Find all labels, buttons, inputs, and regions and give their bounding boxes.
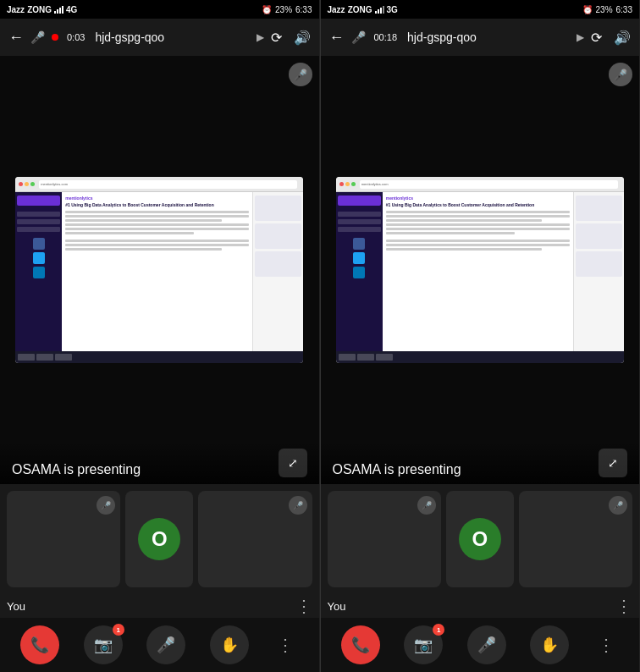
participant-tile-right-2: 🎤 <box>519 491 632 587</box>
screen-content-right: mentionlytics.com <box>336 177 624 363</box>
call-id-arrow-left[interactable]: ▶ <box>257 31 264 43</box>
alarm-icon-left: ⏰ <box>262 5 272 14</box>
call-id-arrow-right[interactable]: ▶ <box>577 31 584 43</box>
more-button-left[interactable]: ⋮ <box>273 632 298 658</box>
right-col-item-3 <box>255 251 301 277</box>
url-text: mentionlytics.com <box>41 182 68 186</box>
back-button-right[interactable]: ← <box>329 29 345 47</box>
taskbar-item-1 <box>18 354 35 361</box>
status-right-left: ⏰ 23% 6:33 <box>262 5 312 14</box>
participant-tile-left-2: 🎤 <box>198 491 312 587</box>
more-icon-right: ⋮ <box>598 635 615 655</box>
text-line-3 <box>65 219 221 222</box>
more-options-left[interactable]: ⋮ <box>295 596 312 616</box>
rtext-line-6 <box>386 232 515 234</box>
rmic-off-icon-1: 🎤 <box>422 501 432 510</box>
rotate-icon-right[interactable]: ⟳ <box>591 30 602 46</box>
mic-off-ctrl-icon-right: 🎤 <box>477 636 496 654</box>
rsite-brand: mentionlytics <box>386 196 570 201</box>
sidebar-social <box>17 238 60 278</box>
more-options-right[interactable]: ⋮ <box>615 596 632 616</box>
alarm-icon-right: ⏰ <box>582 5 593 14</box>
mic-off-button-right[interactable]: 🎤 <box>467 625 506 664</box>
left-panel: Jazz ZONG 4G ⏰ 23% 6:33 ← 🎤 0:03 hjd-gsp… <box>0 0 320 672</box>
camera-off-button-left[interactable]: 📷 1 <box>84 625 123 664</box>
article-title-left: #1 Using Big Data Analytics to Boost Cus… <box>65 202 249 208</box>
mic-muted-icon-right: 🎤 <box>614 69 627 81</box>
fullscreen-button-right[interactable]: ⤢ <box>599 449 627 477</box>
end-call-button-left[interactable]: 📞 <box>20 625 59 664</box>
mic-off-icon-1: 🎤 <box>101 501 111 510</box>
rbrowser-min <box>345 182 350 186</box>
rtext-line-2 <box>386 215 570 218</box>
battery-right: 23% <box>596 5 613 14</box>
rurl-text: mentionlytics.com <box>361 182 389 186</box>
participants-strip-right: 🎤 O 🎤 <box>321 484 640 594</box>
end-call-icon-left: 📞 <box>30 636 49 654</box>
mic-off-button-left[interactable]: 🎤 <box>146 625 185 664</box>
website-mock-right: mentionlytics.com <box>336 177 624 363</box>
participant-tile-center-right: O <box>446 491 514 587</box>
end-call-button-right[interactable]: 📞 <box>341 625 380 664</box>
spacer <box>65 236 249 240</box>
header-icons-right: ⟳ 🔊 <box>591 30 631 46</box>
carrier-left: Jazz <box>7 5 25 14</box>
facebook-icon <box>33 238 45 250</box>
rtext-line-3 <box>386 219 542 222</box>
rmic-off-icon-2: 🎤 <box>613 501 623 510</box>
hand-button-right[interactable]: ✋ <box>530 625 569 664</box>
browser-bar-left: mentionlytics.com <box>15 177 303 192</box>
url-bar-left: mentionlytics.com <box>39 180 297 189</box>
rlinkedin-icon <box>353 267 365 278</box>
rtext-line-8 <box>386 244 570 246</box>
camera-badge-right: 1 <box>433 624 444 636</box>
signal-bars-left <box>54 5 63 14</box>
camera-off-button-right[interactable]: 📷 1 <box>404 625 443 664</box>
rsidebar-item-1 <box>338 212 381 217</box>
text-line-8 <box>65 244 249 246</box>
rtext-line-9 <box>386 248 542 251</box>
bar2 <box>57 9 58 14</box>
camera-off-icon-right: 📷 <box>414 636 433 654</box>
website-sidebar-right <box>336 192 383 351</box>
back-button-left[interactable]: ← <box>8 29 24 47</box>
presenting-text-left: OSAMA is presenting <box>12 462 141 477</box>
presenting-bar-left: OSAMA is presenting ⤢ <box>0 442 319 484</box>
browser-min <box>25 182 29 186</box>
taskbar-item-3 <box>55 354 72 361</box>
participant-tile-center-left: O <box>125 491 193 587</box>
bar3 <box>59 8 61 14</box>
bar4 <box>62 6 63 14</box>
rtext-line-7 <box>386 240 570 242</box>
speaker-icon-left[interactable]: 🔊 <box>294 30 311 46</box>
rbar4 <box>383 6 384 14</box>
fullscreen-button-left[interactable]: ⤢ <box>279 449 307 477</box>
site-brand: mentionlytics <box>65 196 249 201</box>
time-right: 6:33 <box>616 5 632 14</box>
text-line-4 <box>65 223 249 226</box>
mic-off-icon-2: 🎤 <box>293 501 303 510</box>
more-button-right[interactable]: ⋮ <box>593 632 619 658</box>
hand-button-left[interactable]: ✋ <box>210 625 249 664</box>
rbar2 <box>378 9 379 14</box>
website-mock-left: mentionlytics.com <box>15 177 303 363</box>
taskbar-item-2 <box>36 354 53 361</box>
rtext-line-1 <box>386 211 570 213</box>
speaker-icon-right[interactable]: 🔊 <box>614 30 631 46</box>
rtext-line-4 <box>386 223 570 226</box>
url-bar-right: mentionlytics.com <box>360 180 618 189</box>
browser-bar-right: mentionlytics.com <box>336 177 624 192</box>
rtaskbar-item-3 <box>376 354 393 361</box>
carrier2-right: ZONG <box>348 5 372 14</box>
rtext-line-5 <box>386 228 570 230</box>
camera-off-icon-left: 📷 <box>94 636 113 654</box>
status-right-right: ⏰ 23% 6:33 <box>582 5 632 14</box>
rparticipant-mic-2: 🎤 <box>609 496 627 515</box>
participants-strip-left: 🎤 O 🎤 <box>0 484 319 594</box>
rotate-icon-left[interactable]: ⟳ <box>271 30 282 46</box>
participant-tile-left-1: 🎤 <box>7 491 120 587</box>
website-body-right: mentionlytics #1 Using Big Data Analytic… <box>336 192 624 351</box>
status-bar-left: Jazz ZONG 4G ⏰ 23% 6:33 <box>0 0 319 19</box>
text-line-9 <box>65 248 221 251</box>
rright-col-item-1 <box>576 196 622 221</box>
